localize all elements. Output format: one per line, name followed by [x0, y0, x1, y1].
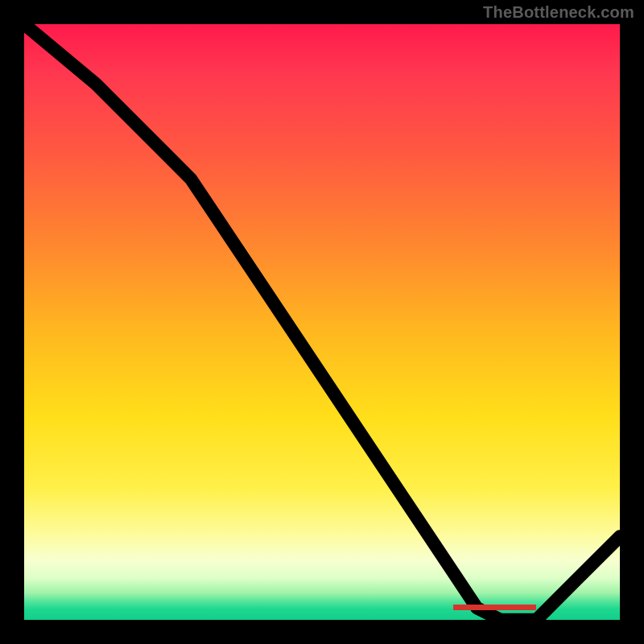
optimal-range-bar	[453, 605, 537, 610]
chart-frame: TheBottleneck.com	[0, 0, 644, 644]
watermark-text: TheBottleneck.com	[483, 3, 634, 22]
curve-path	[24, 24, 620, 620]
plot-area	[24, 24, 620, 620]
bottleneck-curve	[24, 24, 620, 620]
